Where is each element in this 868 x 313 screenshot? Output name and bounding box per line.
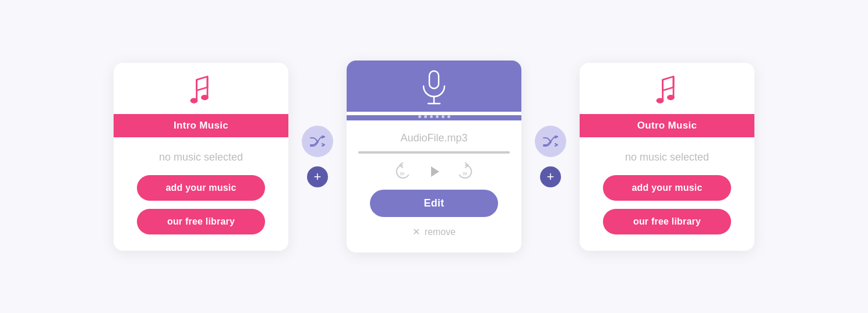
intro-no-music-text: no music selected bbox=[159, 151, 243, 163]
svg-text:30: 30 bbox=[463, 172, 467, 176]
dot-2 bbox=[424, 115, 427, 118]
outro-card-header: Outro Music bbox=[580, 114, 754, 137]
audio-card-body: AudioFile.mp3 30 bbox=[347, 120, 521, 252]
svg-point-3 bbox=[201, 94, 209, 99]
intro-music-icon-area bbox=[114, 63, 288, 114]
microphone-icon bbox=[420, 70, 448, 106]
outro-no-music-text: no music selected bbox=[625, 151, 709, 163]
audio-controls: 30 30 bbox=[393, 161, 475, 183]
left-connector: + bbox=[288, 126, 347, 187]
outro-library-button[interactable]: our free library bbox=[603, 209, 731, 234]
outro-card-title: Outro Music bbox=[637, 120, 697, 131]
audio-card-icon-area bbox=[347, 61, 521, 112]
progress-bar[interactable] bbox=[358, 151, 510, 154]
audio-card-dots-row bbox=[347, 115, 521, 120]
svg-marker-8 bbox=[431, 166, 439, 177]
play-button[interactable] bbox=[423, 161, 445, 183]
svg-point-2 bbox=[190, 98, 198, 103]
music-note-icon bbox=[184, 73, 218, 108]
forward-icon: 30 bbox=[456, 162, 475, 182]
right-plus-button[interactable]: + bbox=[540, 166, 561, 187]
intro-music-card: Intro Music no music selected add your m… bbox=[114, 63, 288, 251]
rewind-icon: 30 bbox=[393, 162, 412, 182]
svg-point-12 bbox=[657, 98, 664, 103]
shuffle-icon bbox=[310, 136, 325, 147]
dot-4 bbox=[436, 115, 439, 118]
dot-6 bbox=[447, 115, 450, 118]
intro-card-title: Intro Music bbox=[174, 120, 228, 131]
right-shuffle-button[interactable] bbox=[535, 126, 566, 157]
dot-1 bbox=[418, 115, 421, 118]
remove-row[interactable]: ✕ remove bbox=[412, 224, 456, 242]
dot-5 bbox=[442, 115, 444, 118]
rewind-button[interactable]: 30 bbox=[393, 162, 412, 182]
progress-bar-fill bbox=[358, 151, 510, 154]
left-shuffle-button[interactable] bbox=[302, 126, 333, 157]
remove-x-icon: ✕ bbox=[412, 226, 420, 237]
intro-add-music-button[interactable]: add your music bbox=[137, 175, 265, 201]
dot-3 bbox=[430, 115, 433, 118]
outro-add-music-button[interactable]: add your music bbox=[603, 175, 731, 201]
audio-filename: AudioFile.mp3 bbox=[400, 132, 467, 144]
forward-button[interactable]: 30 bbox=[456, 162, 475, 182]
left-plus-icon: + bbox=[314, 170, 322, 183]
outro-music-icon-area bbox=[580, 63, 754, 114]
intro-card-body: no music selected add your music our fre… bbox=[114, 137, 288, 251]
svg-rect-4 bbox=[429, 71, 439, 88]
edit-button[interactable]: Edit bbox=[370, 190, 498, 217]
left-plus-button[interactable]: + bbox=[307, 166, 328, 187]
outro-card-body: no music selected add your music our fre… bbox=[580, 137, 754, 251]
outro-music-card: Outro Music no music selected add your m… bbox=[580, 63, 754, 251]
svg-text:30: 30 bbox=[400, 172, 404, 176]
outro-music-note-icon bbox=[650, 73, 684, 108]
svg-point-13 bbox=[667, 94, 675, 99]
remove-text: remove bbox=[425, 227, 456, 237]
right-connector: + bbox=[521, 126, 580, 187]
play-icon bbox=[426, 163, 442, 180]
audio-card: AudioFile.mp3 30 bbox=[347, 61, 521, 252]
right-plus-icon: + bbox=[547, 170, 555, 183]
intro-card-header: Intro Music bbox=[114, 114, 288, 137]
intro-library-button[interactable]: our free library bbox=[137, 209, 265, 234]
shuffle-icon-right bbox=[543, 136, 558, 147]
